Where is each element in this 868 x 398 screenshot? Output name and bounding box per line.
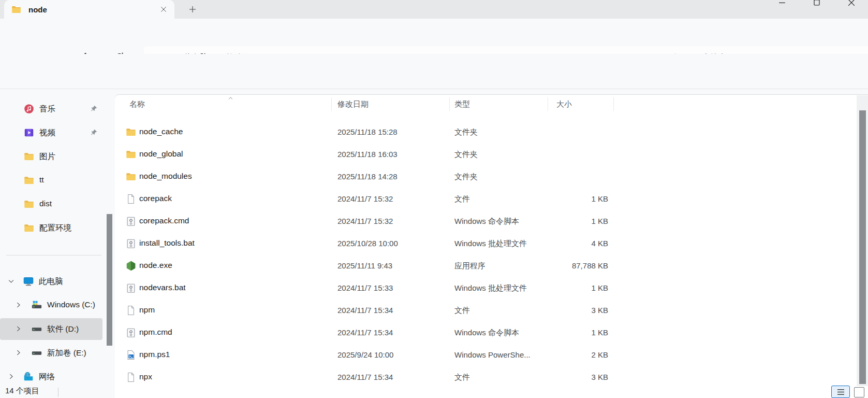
sidebar-item-label: tt: [39, 175, 44, 184]
sidebar-item-网络[interactable]: 网络: [0, 365, 115, 389]
column-header-date[interactable]: 修改日期: [337, 100, 369, 109]
file-type: 文件: [454, 373, 470, 382]
file-date-modified: 2025/10/28 10:00: [337, 239, 398, 248]
window-controls: [777, 0, 857, 8]
explorer-tab[interactable]: node: [4, 0, 174, 19]
sidebar-item-软件 (D:)[interactable]: 软件 (D:): [0, 317, 115, 341]
file-type: Windows 批处理文件: [454, 239, 527, 249]
item-count: 14 个项目: [5, 386, 39, 396]
chevron-right-icon[interactable]: [14, 349, 22, 357]
sidebar-item-配置环境[interactable]: 配置环境: [0, 216, 115, 240]
file-date-modified: 2024/11/7 15:34: [337, 328, 393, 337]
file-type: 文件夹: [454, 150, 478, 160]
file-type: Windows PowerShe...: [454, 350, 531, 359]
file-name: npm.cmd: [139, 328, 172, 337]
sidebar-item-label: Windows (C:): [47, 300, 95, 309]
file-name: install_tools.bat: [139, 238, 195, 248]
main-content: 音乐视频图片ttdist配置环境 此电脑Windows (C:)软件 (D:)新…: [0, 89, 868, 398]
music-icon: [23, 103, 35, 115]
file-date-modified: 2024/11/7 15:32: [337, 194, 393, 203]
sidebar-item-视频[interactable]: 视频: [0, 121, 115, 145]
vertical-scrollbar-track[interactable]: [857, 95, 868, 386]
chevron-right-icon[interactable]: [7, 373, 15, 380]
file-date-modified: 2025/11/18 16:03: [337, 150, 398, 159]
file-name: corepack: [139, 194, 172, 203]
file-row-node_modules[interactable]: node_modules2025/11/18 14:28文件夹: [115, 166, 868, 188]
chevron-down-icon[interactable]: [7, 277, 15, 285]
file-date-modified: 2025/11/11 9:43: [337, 261, 392, 270]
maximize-button[interactable]: [812, 0, 822, 8]
chevron-right-icon[interactable]: [14, 301, 22, 309]
file-size: 1 KB: [539, 283, 608, 292]
file-list-panel: 名称 修改日期 类型 大小 node_cache2025/11/18 15:28…: [115, 94, 868, 398]
sidebar-item-此电脑[interactable]: 此电脑: [0, 269, 115, 293]
file-row-corepack.cmd[interactable]: corepack.cmd2024/11/7 15:32Windows 命令脚本1…: [115, 210, 868, 233]
file-name: node_cache: [139, 127, 183, 136]
file-row-node.exe[interactable]: node.exe2025/11/11 9:43应用程序87,788 KB: [115, 255, 868, 277]
new-tab-button[interactable]: [188, 5, 197, 14]
tab-close-icon[interactable]: [159, 5, 168, 13]
large-icons-view-button[interactable]: [854, 387, 864, 397]
sidebar-item-图片[interactable]: 图片: [0, 145, 115, 168]
network-icon: [23, 371, 34, 382]
chevron-right-icon[interactable]: [14, 325, 22, 333]
file-row-node_cache[interactable]: node_cache2025/11/18 15:28文件夹: [115, 121, 868, 144]
column-header-type[interactable]: 类型: [454, 100, 470, 109]
file-name: npm.ps1: [139, 350, 170, 359]
minimize-button[interactable]: [777, 0, 787, 8]
sidebar-scrollbar[interactable]: [107, 214, 112, 346]
sidebar-item-tt[interactable]: tt: [0, 168, 115, 192]
close-button[interactable]: [846, 0, 857, 8]
pin-icon: [90, 128, 98, 137]
column-separator[interactable]: [613, 97, 614, 111]
folder-icon: [23, 151, 35, 162]
file-size: 87,788 KB: [539, 261, 608, 270]
column-separator[interactable]: [548, 97, 548, 111]
node-icon: [125, 260, 137, 272]
file-type: 文件夹: [454, 127, 478, 137]
file-row-npx[interactable]: npx2024/11/7 15:34文件3 KB: [115, 366, 868, 389]
sidebar-item-label: 网络: [39, 372, 55, 382]
file-row-install_tools.bat[interactable]: install_tools.bat2025/10/28 10:00Windows…: [115, 233, 868, 255]
view-toggles: [831, 386, 864, 398]
file-name: nodevars.bat: [139, 283, 186, 292]
column-separator[interactable]: [449, 97, 450, 111]
file-type: 文件: [454, 194, 470, 204]
file-date-modified: 2024/11/7 15:32: [337, 217, 393, 225]
sidebar-item-label: 音乐: [39, 104, 55, 115]
file-row-npm[interactable]: npm2024/11/7 15:34文件3 KB: [115, 300, 868, 322]
sidebar-item-Windows (C:)[interactable]: Windows (C:): [0, 293, 115, 317]
file-row-corepack[interactable]: corepack2024/11/7 15:32文件1 KB: [115, 188, 868, 210]
sidebar-divider: [6, 255, 101, 255]
column-separator[interactable]: [331, 97, 332, 111]
video-icon: [23, 127, 35, 138]
file-row-npm.cmd[interactable]: npm.cmd2024/11/7 15:34Windows 命令脚本1 KB: [115, 322, 868, 344]
status-divider: [58, 388, 58, 397]
file-size: 3 KB: [539, 306, 608, 315]
sidebar-item-音乐[interactable]: 音乐: [0, 97, 115, 121]
column-header-size[interactable]: 大小: [556, 100, 572, 109]
file-row-node_global[interactable]: node_global2025/11/18 16:03文件夹: [115, 144, 868, 166]
vertical-scrollbar-thumb[interactable]: [859, 110, 866, 384]
sidebar-item-新加卷 (E:)[interactable]: 新加卷 (E:): [0, 341, 115, 365]
tab-bar: node: [0, 0, 868, 19]
file-row-nodevars.bat[interactable]: nodevars.bat2024/11/7 15:33Windows 批处理文件…: [115, 277, 868, 300]
file-name: npx: [139, 372, 152, 381]
file-row-npm.ps1[interactable]: npm.ps12025/9/24 10:00Windows PowerShe..…: [115, 344, 868, 366]
file-size: 1 KB: [539, 328, 608, 337]
sidebar-quick-access: 音乐视频图片ttdist配置环境: [0, 97, 115, 240]
details-view-button[interactable]: [831, 386, 850, 398]
file-size: 3 KB: [539, 373, 608, 381]
sidebar-item-label: dist: [39, 199, 52, 208]
command-toolbar: 新建 排序 查看 详细信息: [0, 54, 868, 89]
column-header-name[interactable]: 名称: [129, 100, 145, 109]
file-name: corepack.cmd: [139, 216, 189, 225]
file-icon: [125, 372, 137, 383]
file-icon: [125, 305, 137, 316]
file-type: Windows 命令脚本: [454, 217, 519, 226]
file-size: 1 KB: [539, 194, 608, 203]
address-bar: 此电脑软件 (D:)node 在 node 中搜索: [0, 19, 868, 54]
file-date-modified: 2025/11/18 14:28: [337, 172, 398, 181]
file-size: 2 KB: [539, 350, 608, 359]
sidebar-item-dist[interactable]: dist: [0, 192, 115, 216]
